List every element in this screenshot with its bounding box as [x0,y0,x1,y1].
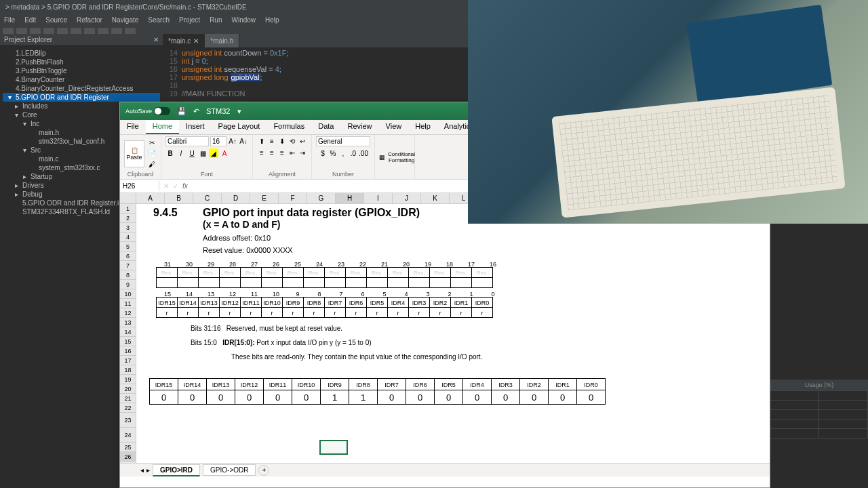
idr-header[interactable]: IDR10 [292,378,321,390]
align-center-icon[interactable]: ≡ [267,148,277,157]
idr-header[interactable]: IDR5 [434,378,463,390]
italic-button[interactable]: I [176,148,186,158]
tab-review[interactable]: Review [340,120,378,134]
col-header[interactable]: J [393,193,421,204]
comma-icon[interactable]: , [338,148,348,158]
fx-icon[interactable]: fx [182,182,188,190]
spreadsheet-grid[interactable]: A B C D E F G H I J K L 1234567891011121… [120,193,770,463]
idr-value-cell[interactable]: 0 [462,390,492,405]
row-header[interactable]: 26 [120,452,136,462]
editor-tab-main-h[interactable]: *main.h [205,34,239,47]
idr-header[interactable]: IDR4 [462,378,492,390]
sheet-nav-next-icon[interactable]: ▸ [146,466,150,474]
row-header[interactable]: 24 [120,428,136,443]
col-header[interactable]: H [336,193,364,204]
enter-formula-icon[interactable]: ✓ [173,182,178,190]
row-header[interactable]: 20 [120,384,136,394]
row-header[interactable]: 21 [120,394,136,403]
conditional-formatting-button[interactable]: ▦ Conditional Formatting [379,136,410,178]
row-header[interactable]: 5 [120,242,136,251]
cancel-formula-icon[interactable]: ✕ [163,182,169,190]
row-header[interactable]: 12 [120,308,136,318]
align-middle-icon[interactable]: ≡ [267,136,277,146]
idr-value-cell[interactable]: 0 [434,390,463,405]
row-header[interactable]: 7 [120,261,136,270]
idr-value-cell[interactable]: 0 [576,390,606,405]
tab-insert[interactable]: Insert [179,120,212,134]
autosave-toggle[interactable]: AutoSave [125,107,170,115]
row-header[interactable]: 25 [120,443,136,452]
row-header[interactable]: 17 [120,356,136,365]
idr-header[interactable]: IDR6 [406,378,435,390]
row-header[interactable]: 14 [120,327,136,337]
close-icon[interactable]: ✕ [153,36,159,43]
menu-refactor[interactable]: Refactor [77,16,102,24]
col-header[interactable]: F [279,193,307,204]
align-bottom-icon[interactable]: ⬇ [277,136,287,146]
idr-value-cell[interactable]: 0 [206,390,235,405]
row-header[interactable]: 18 [120,365,136,375]
idr-header[interactable]: IDR13 [206,378,235,390]
idr-header[interactable]: IDR1 [548,378,577,390]
row-header[interactable]: 22 [120,403,136,413]
number-format-select[interactable] [316,136,370,146]
idr-header[interactable]: IDR11 [263,378,292,390]
col-header[interactable]: B [165,193,193,204]
row-header[interactable]: 13 [120,318,136,327]
menu-edit[interactable]: Edit [24,16,36,24]
idr-value-cell[interactable]: 1 [320,390,349,405]
idr-value-cell[interactable]: 0 [263,390,292,405]
undo-icon[interactable]: ↶ [193,107,199,116]
row-header[interactable]: 2 [120,214,136,223]
tab-page-layout[interactable]: Page Layout [212,120,267,134]
tab-home[interactable]: Home [146,120,179,134]
paste-button[interactable]: 📋Paste [124,140,144,167]
sheet-tab-gpio-ird[interactable]: GPIO>IRD [153,464,200,476]
idr-header[interactable]: IDR8 [349,378,378,390]
tab-data[interactable]: Data [311,120,340,134]
idr-value-cell[interactable]: 0 [548,390,577,405]
align-left-icon[interactable]: ≡ [257,148,267,157]
percent-icon[interactable]: % [328,148,338,158]
idr-value-cell[interactable]: 0 [519,390,549,405]
idr-value-cell[interactable]: 0 [377,390,406,405]
orientation-icon[interactable]: ⟲ [288,136,297,146]
font-name-select[interactable] [165,136,209,146]
row-header[interactable]: 23 [120,413,136,428]
idr-value-cell[interactable]: 0 [149,390,178,405]
menu-file[interactable]: File [4,16,15,24]
indent-decrease-icon[interactable]: ⇤ [288,148,297,157]
row-header[interactable]: 3 [120,223,136,232]
cut-icon[interactable]: ✂ [147,138,157,148]
idr-header[interactable]: IDR9 [320,378,349,390]
col-header[interactable]: A [136,193,165,204]
increase-decimal-icon[interactable]: .0 [349,148,358,158]
align-top-icon[interactable]: ⬆ [257,136,267,146]
tab-formulas[interactable]: Formulas [267,120,311,134]
underline-button[interactable]: U [187,148,197,158]
row-header[interactable]: 27 [120,462,136,463]
menu-search[interactable]: Search [148,16,170,24]
idr-header[interactable]: IDR7 [377,378,406,390]
bold-button[interactable]: B [165,148,175,158]
editor-tab-main-c[interactable]: *main.c✕ [163,34,205,47]
row-header[interactable]: 1 [120,204,136,214]
menu-window[interactable]: Window [231,16,256,24]
col-header[interactable]: I [364,193,393,204]
decrease-font-icon[interactable]: A↓ [239,136,248,146]
add-sheet-button[interactable]: + [258,465,269,476]
col-header[interactable]: G [307,193,336,204]
tree-item[interactable]: 2.PushBtnFlash [3,58,160,66]
wrap-text-icon[interactable]: ↩ [298,136,307,146]
dropdown-icon[interactable]: ▾ [237,107,241,116]
menu-run[interactable]: Run [210,16,222,24]
row-header[interactable]: 9 [120,280,136,289]
idr-header[interactable]: IDR15 [149,378,178,390]
menu-help[interactable]: Help [265,16,279,24]
format-painter-icon[interactable]: 🖌 [147,160,157,169]
row-header[interactable]: 8 [120,270,136,280]
idr-value-cell[interactable]: 0 [292,390,321,405]
idr-header[interactable]: IDR3 [491,378,520,390]
tab-help[interactable]: Help [408,120,437,134]
idr-value-cell[interactable]: 1 [349,390,378,405]
